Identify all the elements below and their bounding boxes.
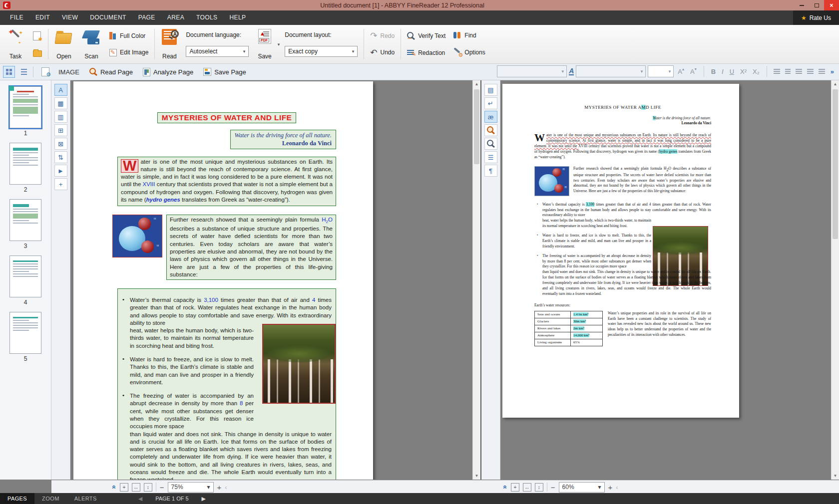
align-justify-icon[interactable] [807, 69, 814, 74]
new-page-icon[interactable]: ✱ [33, 31, 41, 40]
read-button[interactable]: A Read [157, 27, 182, 61]
task-button[interactable]: ✦✦✦ Task [2, 27, 29, 61]
maximize-button[interactable] [809, 0, 824, 10]
thumbnail-page-image[interactable] [9, 255, 41, 297]
align-left-icon[interactable] [774, 69, 780, 74]
document-language-select[interactable]: Autoselect ▾ [186, 46, 249, 57]
page-properties-button[interactable]: ⚙ [39, 66, 51, 78]
fit-height-button[interactable]: ↕ [535, 483, 543, 492]
menu-edit[interactable]: EDIT [29, 10, 56, 25]
options-button[interactable]: ⚙ Options [453, 48, 485, 56]
grow-font-button[interactable]: A▴ [676, 68, 686, 75]
reorder-areas-tool[interactable]: ⇅ [54, 151, 67, 163]
menu-area[interactable]: AREA [161, 10, 190, 25]
full-color-button[interactable]: Full Color [109, 32, 148, 39]
tab-pages[interactable]: PAGES [0, 493, 34, 504]
verify-text-button[interactable]: ~~ Verify Text [407, 32, 445, 40]
open-button[interactable]: Open [50, 27, 77, 61]
open-into-icon[interactable] [33, 50, 42, 57]
shrink-font-button[interactable]: A▾ [688, 68, 699, 75]
text-area-tool[interactable]: A [54, 84, 67, 96]
line-spacing-icon[interactable] [819, 69, 825, 74]
find-button[interactable]: Find [453, 32, 485, 39]
scroll-up-icon[interactable]: ▲ [473, 80, 480, 88]
page-thumbnail-4[interactable]: 4 [0, 255, 51, 306]
image-zoom-select[interactable]: 75% ▾ [168, 482, 214, 493]
scanned-page[interactable]: MYSTERIES OF WATER AND LIFE Water is the… [73, 81, 373, 480]
table-area-tool[interactable]: ⊞ [54, 124, 67, 136]
bold-button[interactable]: B [709, 68, 718, 75]
image-pane-scrollbar[interactable]: ▲ ▼ [472, 80, 480, 480]
menu-view[interactable]: VIEW [56, 10, 84, 25]
select-tool[interactable]: ► [54, 165, 67, 177]
tab-alerts[interactable]: ALERTS [67, 493, 104, 504]
thumbnail-page-image[interactable] [9, 86, 41, 128]
page-thumbnail-3[interactable]: 3 [0, 199, 51, 250]
fit-width-button[interactable]: ↔ [132, 483, 140, 492]
fit-page-button[interactable]: + [120, 483, 128, 492]
thumbnail-page-image[interactable] [9, 312, 41, 354]
collapse-icon[interactable]: « [110, 485, 118, 489]
rate-us-button[interactable]: ★ Rate Us [793, 10, 839, 25]
find-next-error-tool[interactable] [484, 138, 497, 150]
align-center-icon[interactable] [785, 69, 791, 74]
font-size-select[interactable]: ▾ [648, 65, 674, 77]
menu-page[interactable]: PAGE [132, 10, 161, 25]
thumbnail-list-view-button[interactable] [18, 66, 30, 78]
superscript-button[interactable]: X² [738, 68, 749, 75]
verification-tool[interactable]: æ [484, 111, 497, 123]
chevron-left-icon[interactable]: ‹ [225, 484, 227, 491]
scan-button[interactable]: Scan [77, 27, 105, 61]
align-right-icon[interactable] [796, 69, 802, 74]
tab-zoom[interactable]: ZOOM [34, 493, 67, 504]
formatting-marks-tool[interactable]: ¶ [484, 165, 497, 177]
save-options-dropdown[interactable]: ▾ [278, 42, 280, 47]
redaction-button[interactable]: ✎ Redaction [407, 49, 445, 56]
document-layout-select[interactable]: Exact copy ▾ [285, 46, 358, 57]
fit-height-button[interactable]: ↕ [144, 483, 152, 492]
page-thumbnail-2[interactable]: 2 [0, 143, 51, 193]
zoom-out-button[interactable]: − [160, 483, 164, 492]
scroll-up-icon[interactable]: ▲ [832, 80, 839, 88]
pan-tool[interactable]: + [54, 178, 67, 190]
find-previous-error-tool[interactable] [484, 124, 497, 136]
next-page-button[interactable]: ▶ [202, 496, 206, 502]
chevron-left-icon[interactable]: ‹ [616, 484, 618, 491]
menu-file[interactable]: FILE [4, 10, 29, 25]
image-area-tool[interactable]: ▦ [54, 97, 67, 109]
more-tools-chevron[interactable]: » [829, 68, 836, 75]
text-zoom-select[interactable]: 60% ▾ [559, 482, 605, 493]
save-button[interactable]: ▲PDF Save [253, 27, 276, 61]
underline-button[interactable]: U [728, 68, 736, 75]
menu-tools[interactable]: TOOLS [190, 10, 223, 25]
zoom-in-button[interactable]: + [217, 483, 222, 492]
menu-document[interactable]: DOCUMENT [84, 10, 132, 25]
edit-image-button[interactable]: ✎ Edit Image [109, 49, 148, 56]
analyze-page-button[interactable]: Analyze Page [138, 65, 198, 78]
scrollbar-thumb[interactable] [474, 89, 479, 164]
scrollbar-thumb[interactable] [833, 89, 838, 239]
font-style-icon[interactable]: A [569, 67, 574, 75]
read-page-button[interactable]: Read Page [84, 65, 138, 78]
redo-button[interactable]: ↷ Redo [370, 30, 395, 41]
thumbnail-page-image[interactable] [9, 199, 41, 241]
barcode-area-tool[interactable]: ▥ [54, 111, 67, 123]
zoom-in-button[interactable]: + [608, 483, 613, 492]
text-wrap-tool[interactable]: ↵ [484, 97, 497, 109]
fit-page-button[interactable]: + [511, 483, 519, 492]
recognized-page[interactable]: MYSTERIES OF WATER AMD LIFE Water is the… [502, 84, 739, 418]
text-properties-tool[interactable]: ☰ [484, 151, 497, 163]
save-page-button[interactable]: Save Page [198, 65, 251, 78]
page-thumbnail-5[interactable]: 5 [0, 312, 51, 362]
fit-width-button[interactable]: ↔ [523, 483, 531, 492]
close-button[interactable]: × [824, 0, 839, 10]
scroll-down-icon[interactable]: ▼ [832, 472, 839, 480]
menu-help[interactable]: HELP [224, 10, 252, 25]
undo-button[interactable]: ↶ Undo [370, 47, 395, 58]
subscript-button[interactable]: X₂ [751, 68, 762, 75]
thumbnail-page-image[interactable] [9, 143, 41, 185]
thumbnail-grid-view-button[interactable] [3, 66, 15, 78]
page-layout-tool[interactable]: ▤ [484, 84, 497, 96]
style-select[interactable]: ▾ [497, 65, 567, 77]
page-thumbnail-1[interactable]: 1 [0, 86, 51, 137]
